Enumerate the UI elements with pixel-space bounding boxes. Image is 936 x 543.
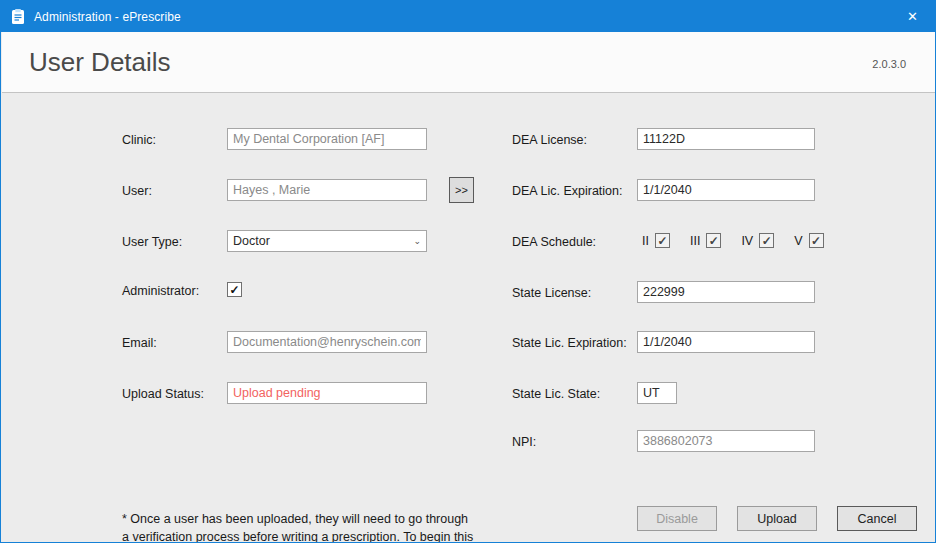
dea-schedule-iii-checkbox[interactable]: ✓ — [706, 233, 721, 248]
check-icon: ✓ — [657, 235, 667, 247]
administrator-label: Administrator: — [122, 284, 199, 298]
user-input[interactable] — [227, 179, 427, 201]
dea-schedule-ii-label: II — [642, 234, 649, 248]
check-icon: ✓ — [811, 235, 821, 247]
close-icon[interactable]: ✕ — [890, 1, 935, 32]
form-area: Clinic: User: >> User Type: Doctor ⌄ Adm… — [2, 94, 936, 543]
dea-schedule-label: DEA Schedule: — [512, 235, 596, 249]
dea-expiration-label: DEA Lic. Expiration: — [512, 184, 622, 198]
upload-button[interactable]: Upload — [737, 506, 817, 531]
npi-label: NPI: — [512, 435, 536, 449]
user-lookup-button[interactable]: >> — [449, 177, 474, 203]
page-title: User Details — [29, 47, 171, 78]
state-license-label: State License: — [512, 286, 591, 300]
dea-expiration-input[interactable] — [637, 179, 815, 201]
dea-license-label: DEA License: — [512, 133, 587, 147]
state-expiration-label: State Lic. Expiration: — [512, 336, 627, 350]
eprescribe-app-icon — [10, 9, 26, 25]
disable-button[interactable]: Disable — [637, 506, 717, 531]
upload-note-text: * Once a user has been uploaded, they wi… — [122, 511, 478, 543]
upload-status-value — [227, 382, 427, 404]
check-icon: ✓ — [229, 284, 239, 296]
check-icon: ✓ — [709, 235, 719, 247]
version-label: 2.0.3.0 — [872, 58, 906, 70]
user-label: User: — [122, 184, 152, 198]
npi-input[interactable] — [637, 430, 815, 452]
page-header: User Details 2.0.3.0 — [2, 32, 936, 93]
window-title: Administration - ePrescribe — [34, 10, 181, 24]
dea-schedule-v-label: V — [794, 234, 802, 248]
title-bar: Administration - ePrescribe ✕ — [1, 1, 935, 32]
state-state-input[interactable] — [637, 382, 677, 404]
dea-schedule-ii-checkbox[interactable]: ✓ — [655, 233, 670, 248]
state-state-label: State Lic. State: — [512, 387, 600, 401]
email-label: Email: — [122, 336, 157, 350]
dea-schedule-v-checkbox[interactable]: ✓ — [809, 233, 824, 248]
dea-schedule-group: II ✓ III ✓ IV ✓ V ✓ — [642, 233, 824, 248]
upload-status-label: Upload Status: — [122, 387, 204, 401]
dea-license-input[interactable] — [637, 128, 815, 150]
dea-schedule-iv-label: IV — [741, 234, 753, 248]
email-input[interactable] — [227, 331, 427, 353]
dea-schedule-iv-checkbox[interactable]: ✓ — [759, 233, 774, 248]
user-type-value: Doctor — [233, 234, 270, 248]
user-type-label: User Type: — [122, 235, 182, 249]
user-type-select[interactable]: Doctor ⌄ — [227, 230, 427, 252]
check-icon: ✓ — [762, 235, 772, 247]
chevron-down-icon: ⌄ — [413, 236, 421, 246]
state-expiration-input[interactable] — [637, 331, 815, 353]
clinic-label: Clinic: — [122, 133, 156, 147]
dea-schedule-iii-label: III — [690, 234, 700, 248]
administration-dialog: Administration - ePrescribe ✕ User Detai… — [0, 0, 936, 543]
administrator-checkbox[interactable]: ✓ — [227, 282, 242, 297]
clinic-input[interactable] — [227, 128, 427, 150]
state-license-input[interactable] — [637, 281, 815, 303]
cancel-button[interactable]: Cancel — [837, 506, 917, 531]
